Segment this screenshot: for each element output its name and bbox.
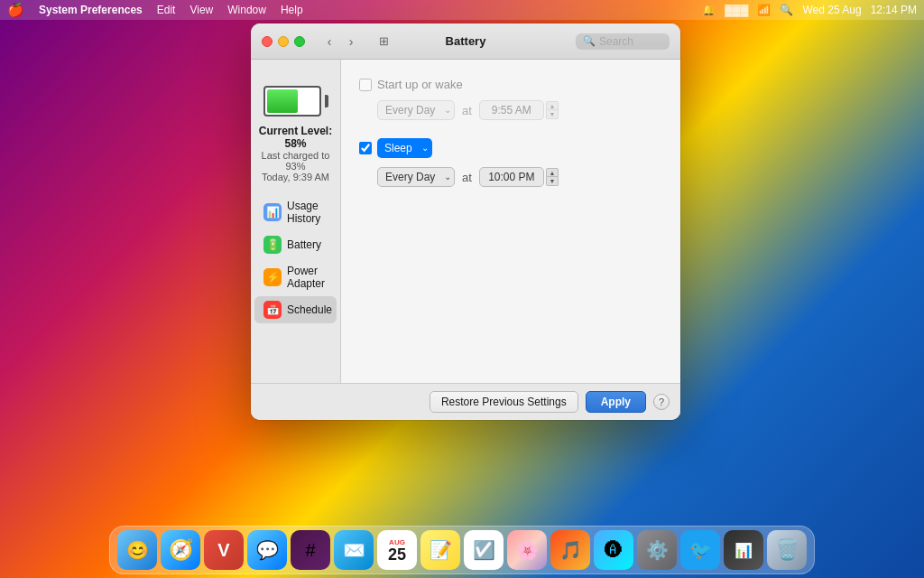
power-adapter-icon: ⚡: [263, 268, 282, 286]
battery-info: Current Level: 58% Last charged to 93% T…: [258, 125, 333, 182]
menu-edit[interactable]: Edit: [157, 4, 176, 16]
sidebar: Current Level: 58% Last charged to 93% T…: [251, 60, 341, 383]
sidebar-item-power-adapter[interactable]: ⚡ Power Adapter: [254, 260, 337, 294]
startup-at-label: at: [462, 104, 472, 117]
notification-icon[interactable]: 🔔: [702, 4, 716, 16]
battery-level-label: Current Level: 58%: [258, 125, 333, 150]
titlebar: ‹ › ⊞ Battery 🔍: [251, 23, 680, 60]
maximize-button[interactable]: [294, 36, 305, 47]
sleep-day-select[interactable]: Every Day: [377, 167, 455, 187]
dock-item-photos[interactable]: 🌸: [507, 530, 547, 570]
dock-item-vivaldi[interactable]: V: [204, 530, 244, 570]
startup-day-wrapper: Every Day: [377, 100, 455, 120]
minimize-button[interactable]: [278, 36, 289, 47]
sleep-time-down[interactable]: ▼: [546, 177, 559, 186]
back-button[interactable]: ‹: [319, 32, 339, 51]
apple-menu[interactable]: 🍎: [7, 2, 24, 18]
startup-stepper: ▲ ▼: [546, 101, 559, 119]
search-menubar-icon[interactable]: 🔍: [780, 4, 793, 16]
battery-label: Battery: [287, 238, 321, 251]
startup-time-down[interactable]: ▼: [546, 110, 559, 119]
bottom-bar: Restore Previous Settings Apply ?: [251, 383, 680, 420]
forward-button[interactable]: ›: [341, 32, 361, 51]
sidebar-item-schedule[interactable]: 📅 Schedule: [254, 296, 337, 323]
schedule-label: Schedule: [287, 303, 332, 316]
sleep-checkbox-row: Sleep: [359, 138, 662, 158]
menubar-time: 12:14 PM: [871, 4, 917, 16]
search-icon: 🔍: [583, 35, 596, 47]
restore-button[interactable]: Restore Previous Settings: [430, 391, 578, 413]
battery-last-charged: Last charged to 93%: [258, 150, 333, 172]
startup-checkbox[interactable]: [359, 79, 372, 91]
dock-item-slack[interactable]: #: [291, 530, 330, 570]
battery-tip: [325, 95, 328, 107]
main-content: Start up or wake Every Day at ▲: [341, 60, 680, 383]
sleep-time-input[interactable]: [479, 167, 544, 187]
dock-item-trash[interactable]: 🗑️: [767, 530, 807, 570]
battery-icon-sidebar: 🔋: [263, 236, 282, 254]
menubar-date: Wed 25 Aug: [802, 4, 861, 16]
startup-day-select[interactable]: Every Day: [377, 100, 455, 120]
schedule-icon: 📅: [263, 301, 282, 319]
dock-item-calendar[interactable]: AUG 25: [377, 530, 417, 570]
sidebar-item-battery[interactable]: 🔋 Battery: [254, 231, 337, 258]
dock-item-twitter[interactable]: 🐦: [680, 530, 720, 570]
power-adapter-label: Power Adapter: [287, 265, 328, 290]
apply-button[interactable]: Apply: [586, 391, 646, 413]
sleep-day-wrapper: Every Day: [377, 167, 455, 187]
dock-item-finder[interactable]: 😊: [117, 530, 157, 570]
help-button[interactable]: ?: [653, 394, 670, 410]
dock-item-appstore[interactable]: 🅐: [594, 530, 633, 570]
usage-history-label: Usage History: [287, 200, 328, 225]
search-input[interactable]: [599, 35, 662, 48]
startup-time-up[interactable]: ▲: [546, 101, 559, 110]
battery-date: Today, 9:39 AM: [258, 172, 333, 182]
dock-item-safari[interactable]: 🧭: [161, 530, 200, 570]
menu-window[interactable]: Window: [227, 4, 266, 16]
menu-help[interactable]: Help: [281, 4, 303, 16]
battery-fill: [267, 89, 299, 113]
sleep-checkbox[interactable]: [359, 142, 372, 154]
sleep-action-select[interactable]: Sleep: [377, 138, 432, 158]
startup-label[interactable]: Start up or wake: [377, 78, 463, 91]
window-body: Current Level: 58% Last charged to 93% T…: [251, 60, 680, 383]
dock-item-music[interactable]: 🎵: [550, 530, 590, 570]
startup-checkbox-row: Start up or wake: [359, 78, 662, 91]
close-button[interactable]: [262, 36, 273, 47]
dock-item-istat[interactable]: 📊: [724, 530, 763, 570]
sleep-at-label: at: [462, 171, 472, 184]
battery-window: ‹ › ⊞ Battery 🔍: [251, 23, 680, 420]
desktop: 🍎 System Preferences Edit View Window He…: [0, 0, 924, 578]
sleep-section: Sleep Every Day at: [359, 138, 662, 187]
startup-time-wrapper: ▲ ▼: [479, 100, 559, 120]
menu-view[interactable]: View: [189, 4, 213, 16]
sidebar-item-usage-history[interactable]: 📊 Usage History: [254, 195, 337, 229]
sleep-stepper: ▲ ▼: [546, 168, 559, 186]
startup-time-input[interactable]: [479, 100, 544, 120]
sleep-time-row: Every Day at ▲ ▼: [377, 167, 662, 187]
dock-item-notes[interactable]: 📝: [420, 530, 460, 570]
grid-view-button[interactable]: ⊞: [374, 32, 393, 51]
sleep-time-up[interactable]: ▲: [546, 168, 559, 177]
sleep-time-wrapper: ▲ ▼: [479, 167, 559, 187]
battery-menubar-icon: ▓▓▓: [725, 4, 748, 16]
dock-item-reminders[interactable]: ☑️: [464, 530, 504, 570]
dock-item-mail[interactable]: ✉️: [334, 530, 374, 570]
usage-history-icon: 📊: [263, 203, 282, 221]
battery-icon: [263, 85, 328, 117]
app-name[interactable]: System Preferences: [39, 4, 143, 16]
dock-item-messages[interactable]: 💬: [247, 530, 287, 570]
dock: 😊 🧭 V 💬 # ✉️ AUG 25 📝 ☑️ 🌸 🎵: [109, 526, 815, 574]
sleep-select-wrapper: Sleep: [377, 138, 432, 158]
wifi-icon[interactable]: 📶: [757, 4, 771, 16]
startup-section: Start up or wake Every Day at ▲: [359, 78, 662, 120]
window-title: Battery: [446, 34, 486, 48]
startup-time-row: Every Day at ▲ ▼: [377, 100, 662, 120]
traffic-lights: [262, 36, 305, 47]
battery-display: Current Level: 58% Last charged to 93% T…: [251, 70, 340, 193]
dock-item-system-prefs[interactable]: ⚙️: [637, 530, 677, 570]
menubar: 🍎 System Preferences Edit View Window He…: [0, 0, 924, 20]
search-box[interactable]: 🔍: [576, 33, 670, 50]
